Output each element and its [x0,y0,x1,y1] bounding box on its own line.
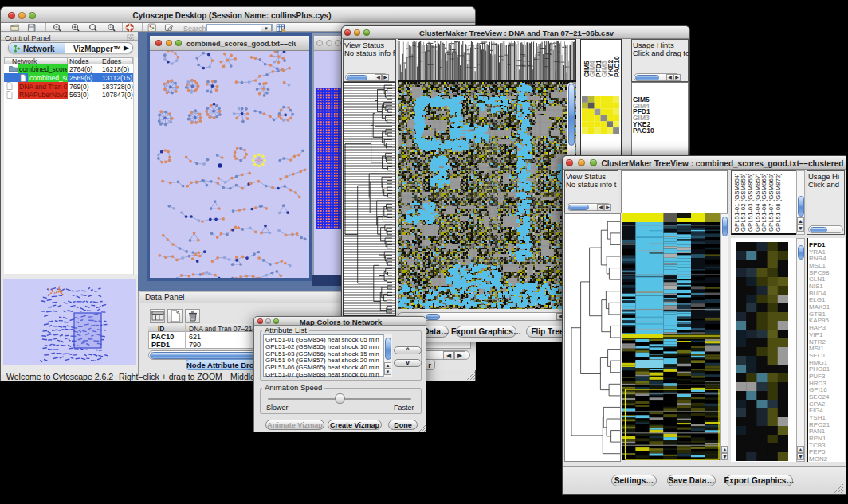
svg-text:GPL51-06 (GSM865): GPL51-06 (GSM865) [760,173,768,232]
svg-text:GPL51-02 (GSM855): GPL51-02 (GSM855) [740,173,747,232]
svg-text:GPL51-07 (GSM868): GPL51-07 (GSM868) [768,173,775,232]
svg-text:PAC10: PAC10 [613,56,621,77]
svg-text:GPL51-04 (GSM857): GPL51-04 (GSM857) [754,173,761,232]
svg-text:1:1: 1:1 [109,25,113,29]
svg-text:GPL51-01 (GSM854): GPL51-01 (GSM854) [733,173,740,232]
svg-text:GPL51-03 (GSM856): GPL51-03 (GSM856) [747,173,754,232]
svg-text:GPL51-08 (GSM872): GPL51-08 (GSM872) [775,173,782,232]
